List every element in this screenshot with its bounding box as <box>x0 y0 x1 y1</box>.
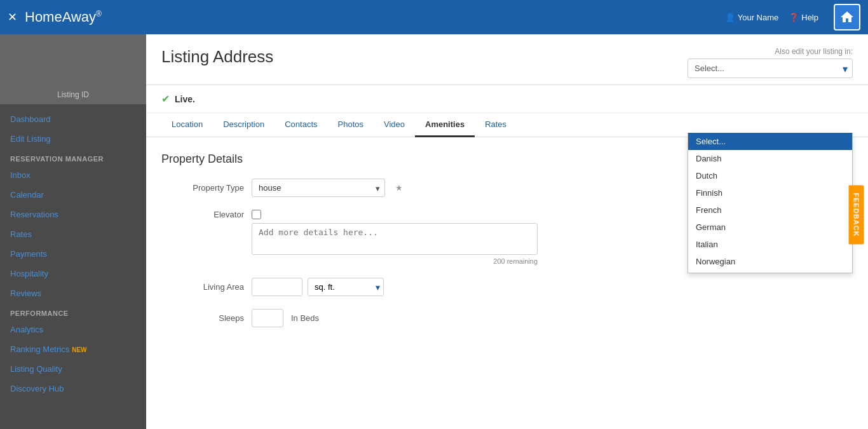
page-title: Listing Address <box>161 47 273 67</box>
listing-thumbnail: Listing ID <box>0 34 146 104</box>
house-icon-button[interactable] <box>834 4 860 31</box>
elevator-textarea[interactable] <box>252 223 538 255</box>
language-select[interactable]: Select... <box>688 58 853 78</box>
app-header: ✕ HomeAway® 👤 Your Name ❓ Help <box>0 0 868 34</box>
tab-rates[interactable]: Rates <box>475 113 517 137</box>
header-right: 👤 Your Name ❓ Help <box>725 4 860 31</box>
performance-label: PERFORMANCE <box>0 303 146 320</box>
sleeps-row: Sleeps In Beds <box>161 309 853 327</box>
main-content: Listing Address Also edit your listing i… <box>146 34 868 429</box>
sleeps-label: Sleeps <box>161 313 244 323</box>
help-link[interactable]: ❓ Help <box>789 13 818 22</box>
living-area-row: Living Area sq. ft. sq. m. ▾ <box>161 278 853 296</box>
living-area-group: sq. ft. sq. m. ▾ <box>252 278 384 296</box>
tab-amenities[interactable]: Amenities <box>415 113 475 137</box>
dropdown-option-portuguese[interactable]: Portuguese <box>688 270 852 273</box>
close-button[interactable]: ✕ <box>8 10 17 24</box>
sidebar-item-payments[interactable]: Payments <box>0 244 146 264</box>
sidebar-item-reviews[interactable]: Reviews <box>0 283 146 303</box>
tab-contacts[interactable]: Contacts <box>275 113 327 137</box>
help-icon: ❓ <box>789 13 799 22</box>
reservation-manager-label: RESERVATION MANAGER <box>0 149 146 165</box>
sidebar-item-edit-listing[interactable]: Edit Listing <box>0 129 146 149</box>
sidebar-nav: Dashboard Edit Listing RESERVATION MANAG… <box>0 104 146 404</box>
page-header: Listing Address Also edit your listing i… <box>146 34 868 85</box>
dropdown-option-italian[interactable]: Italian <box>688 236 852 253</box>
dropdown-option-norwegian[interactable]: Norwegian <box>688 253 852 270</box>
required-star: ★ <box>395 183 403 193</box>
also-edit-label: Also edit your listing in: <box>775 47 853 56</box>
status-check-icon: ✔ <box>161 93 170 105</box>
dropdown-option-danish[interactable]: Danish <box>688 150 852 167</box>
living-area-label: Living Area <box>161 282 244 292</box>
status-text: Live. <box>175 94 195 104</box>
sidebar-item-discovery-hub[interactable]: Discovery Hub <box>0 379 146 398</box>
sleeps-input[interactable] <box>252 309 283 327</box>
tab-description[interactable]: Description <box>213 113 275 137</box>
dropdown-option-dutch[interactable]: Dutch <box>688 167 852 184</box>
feedback-tab[interactable]: FEEDBACK <box>848 185 864 244</box>
sidebar: Listing ID Dashboard Edit Listing RESERV… <box>0 34 146 429</box>
property-type-select[interactable]: house apartment condo villa cabin cottag… <box>252 179 385 197</box>
dropdown-option-select[interactable]: Select... <box>688 133 852 150</box>
user-icon: 👤 <box>725 13 735 22</box>
property-type-select-wrapper: house apartment condo villa cabin cottag… <box>252 179 385 197</box>
app-logo: HomeAway® <box>25 9 725 25</box>
dropdown-list: Select... Danish Dutch Finnish French Ge… <box>688 133 852 273</box>
sleeps-suffix: In Beds <box>291 313 319 323</box>
dropdown-option-french[interactable]: French <box>688 201 852 219</box>
sidebar-item-rates[interactable]: Rates <box>0 224 146 244</box>
also-edit-section: Also edit your listing in: Select... ▾ S… <box>688 47 853 78</box>
sidebar-item-calendar[interactable]: Calendar <box>0 185 146 205</box>
tab-video[interactable]: Video <box>374 113 415 137</box>
unit-select[interactable]: sq. ft. sq. m. <box>308 278 384 296</box>
unit-select-wrapper: sq. ft. sq. m. ▾ <box>308 278 384 296</box>
elevator-label: Elevator <box>161 210 244 219</box>
language-select-wrapper: Select... ▾ <box>688 58 853 78</box>
tab-location[interactable]: Location <box>161 113 213 137</box>
sidebar-item-reservations[interactable]: Reservations <box>0 205 146 224</box>
sidebar-item-ranking-metrics[interactable]: Ranking Metrics <box>0 339 146 359</box>
status-bar: ✔ Live. <box>146 85 868 113</box>
dropdown-option-german[interactable]: German <box>688 219 852 236</box>
elevator-details: 200 remaining <box>252 223 538 265</box>
main-layout: Listing ID Dashboard Edit Listing RESERV… <box>0 34 868 429</box>
sidebar-item-analytics[interactable]: Analytics <box>0 320 146 339</box>
sidebar-item-inbox[interactable]: Inbox <box>0 165 146 185</box>
property-type-label: Property Type <box>161 183 244 193</box>
living-area-input[interactable] <box>252 278 302 296</box>
char-remaining: 200 remaining <box>252 257 538 265</box>
sidebar-item-dashboard[interactable]: Dashboard <box>0 109 146 129</box>
dropdown-option-finnish[interactable]: Finnish <box>688 184 852 201</box>
user-profile-link[interactable]: 👤 Your Name <box>725 13 779 22</box>
language-dropdown: Select... Danish Dutch Finnish French Ge… <box>688 133 853 273</box>
elevator-checkbox-group: 200 remaining <box>252 210 538 265</box>
tab-photos[interactable]: Photos <box>328 113 374 137</box>
elevator-checkbox[interactable] <box>252 210 261 219</box>
sidebar-item-hospitality[interactable]: Hospitality <box>0 264 146 283</box>
sidebar-item-listing-quality[interactable]: Listing Quality <box>0 359 146 379</box>
